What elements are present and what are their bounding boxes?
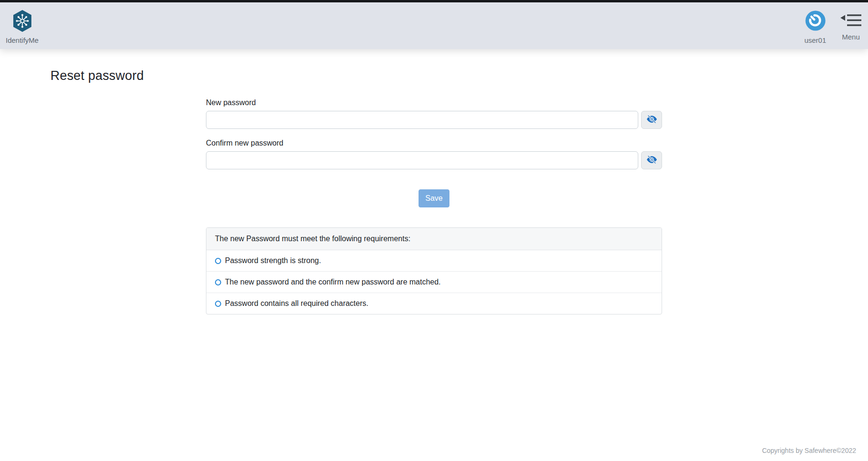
requirement-item-strength: Password strength is strong. xyxy=(206,250,662,272)
identifyme-hexagon-icon xyxy=(11,9,33,35)
confirm-password-label: Confirm new password xyxy=(206,139,662,147)
circle-outline-icon xyxy=(215,301,221,307)
page-title: Reset password xyxy=(50,69,868,83)
new-password-input[interactable] xyxy=(206,111,638,129)
requirements-header: The new Password must meet the following… xyxy=(206,228,662,250)
header-actions: user01 Menu xyxy=(804,2,861,44)
requirement-item-characters: Password contains all required character… xyxy=(206,293,662,314)
requirements-list: Password strength is strong. The new pas… xyxy=(206,250,662,314)
eye-slash-icon xyxy=(647,114,657,126)
user-name: user01 xyxy=(804,36,826,44)
confirm-password-row xyxy=(206,151,662,169)
new-password-label: New password xyxy=(206,98,662,107)
circle-outline-icon xyxy=(215,279,221,285)
requirement-item-match: The new password and the confirm new pas… xyxy=(206,272,662,293)
brand-logo-block[interactable]: IdentifyMe xyxy=(6,2,39,44)
save-button[interactable]: Save xyxy=(419,189,449,207)
brand-name: IdentifyMe xyxy=(6,36,39,44)
password-requirements-card: The new Password must meet the following… xyxy=(206,227,662,314)
toggle-new-password-visibility-button[interactable] xyxy=(641,111,662,129)
collapse-menu-icon xyxy=(840,10,861,30)
requirement-text: Password contains all required character… xyxy=(225,299,368,308)
menu-toggle-button[interactable]: Menu xyxy=(840,10,861,41)
confirm-password-input[interactable] xyxy=(206,151,638,169)
app-header: IdentifyMe user01 xyxy=(0,2,868,49)
menu-label: Menu xyxy=(842,33,860,41)
eye-slash-icon xyxy=(647,155,657,166)
requirement-text: Password strength is strong. xyxy=(225,256,321,265)
copyright-text: Copyrights by Safewhere©2022 xyxy=(762,447,856,454)
save-row: Save xyxy=(206,189,662,207)
toggle-confirm-password-visibility-button[interactable] xyxy=(641,151,662,169)
user-power-icon xyxy=(805,10,826,33)
new-password-row xyxy=(206,111,662,129)
circle-outline-icon xyxy=(215,258,221,264)
user-menu-button[interactable]: user01 xyxy=(804,10,826,44)
reset-password-form: New password Confirm new password xyxy=(206,98,662,314)
requirement-text: The new password and the confirm new pas… xyxy=(225,278,441,286)
main-content: Reset password New password Confirm new … xyxy=(0,49,868,439)
